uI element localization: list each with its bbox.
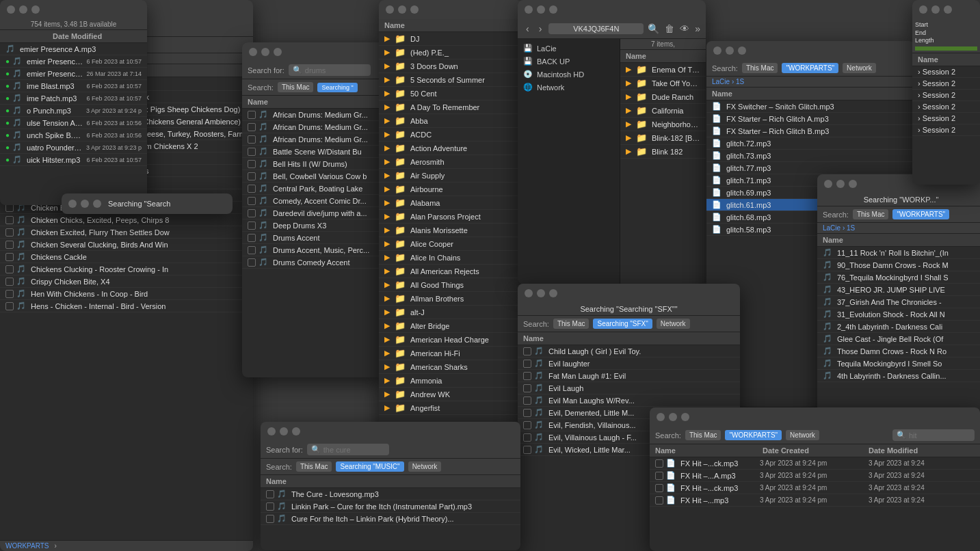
list-item[interactable]: 🎵 Comedy, Accent Comic Dr...	[242, 195, 386, 207]
list-item[interactable]: › Session 2	[912, 66, 980, 78]
checkbox[interactable]	[523, 446, 531, 454]
list-item[interactable]: 🎵 African Drums: Medium Gr...	[242, 121, 386, 133]
tl-minimize[interactable]	[836, 180, 845, 188]
scope-this-mac3[interactable]: This Mac	[742, 63, 778, 73]
tl-close[interactable]	[267, 427, 276, 435]
list-item[interactable]: ▶ 📁 American Hi-Fi	[379, 347, 522, 360]
scope-this-mac6[interactable]: This Mac	[685, 430, 721, 440]
list-item[interactable]: 🎵 African Drums: Medium Gr...	[242, 133, 386, 146]
search-bar-cure[interactable]: 🔍	[307, 444, 389, 455]
list-item[interactable]: ▶ 📁 5 Seconds of Summer	[379, 73, 522, 87]
list-item[interactable]: ▶ 📁 ACDC	[379, 128, 522, 142]
tl-maximize[interactable]	[292, 427, 300, 435]
list-item[interactable]: 📄 FX Hit –...A.mp3 3 Apr 2023 at 9:24 pm…	[650, 470, 980, 482]
tl-close[interactable]	[657, 413, 665, 421]
checkbox[interactable]	[655, 459, 663, 468]
list-item[interactable]: ▶ 📁 Neighborhoods [Bonus Tracks]	[620, 118, 706, 131]
scope-workparts5[interactable]: "WORKPARTS"	[892, 209, 949, 219]
tl-minimize[interactable]	[931, 5, 940, 14]
list-item[interactable]: 🎵 Fat Man Laugh #1: Evil	[518, 370, 740, 382]
list-item[interactable]: 🎵 Glee Cast - Jingle Bell Rock (Of	[817, 333, 980, 345]
list-item[interactable]: ▶ 📁 Take Off Your Pants and Jacket	[620, 77, 706, 90]
list-item[interactable]: ▶ 📁 Blink-182 [Bonus Track]	[620, 131, 706, 145]
list-item[interactable]: 🎵 Daredevil dive/jump with a...	[242, 207, 386, 219]
checkbox[interactable]	[266, 490, 274, 498]
list-item[interactable]: ▶ 📁 Air Supply	[379, 169, 522, 183]
list-item[interactable]: 🎵 Hen With Chickens - In Coop - Bird	[0, 288, 253, 300]
checkbox[interactable]	[5, 241, 14, 249]
scope-searching-drums[interactable]: Searching "	[317, 83, 357, 92]
list-item[interactable]: 🎵 The Cure - Lovesong.mp3	[261, 488, 520, 500]
tl-close[interactable]	[249, 48, 257, 56]
checkbox[interactable]	[248, 197, 256, 205]
window-workparts-hit[interactable]: Search: This Mac "WORKPARTS" Network 🔍 N…	[650, 407, 980, 551]
list-item[interactable]: ● 🎵 ime Blast.mp3 6 Feb 2023 at 10:57	[0, 80, 147, 92]
file-list-drums[interactable]: 🎵 African Drums: Medium Gr... 🎵 African …	[242, 109, 386, 377]
file-list-sessions[interactable]: › Session 2 › Session 2 › Session 2 › Se…	[912, 66, 980, 185]
list-item[interactable]: 🎵 Chickens Cackle	[0, 251, 253, 263]
scope-workparts6[interactable]: "WORKPARTS"	[725, 430, 782, 440]
sidebar-item-network[interactable]: 🌐 Network	[518, 81, 620, 94]
list-item[interactable]: 🎵 Tequila Mockingbyrd I Smell So	[817, 358, 980, 370]
checkbox[interactable]	[523, 372, 531, 380]
list-item[interactable]: 🎵 Battle Scene W/Distant Bu	[242, 146, 386, 158]
tl-maximize[interactable]	[849, 180, 857, 188]
checkbox[interactable]	[266, 502, 274, 511]
list-item[interactable]: 🎵 Those Damn Crows - Rock N Ro	[817, 345, 980, 358]
list-item[interactable]: ● 🎵 ime Patch.mp3 6 Feb 2023 at 10:57	[0, 92, 147, 105]
sidebar-item-macintosh[interactable]: 💿 Macintosh HD	[518, 68, 620, 81]
list-item[interactable]: ● 🎵 o Punch.mp3 3 Apr 2023 at 9:24 p	[0, 105, 147, 117]
list-item[interactable]: 🎵 Child Laugh ( Girl ) Evil Toy.	[518, 345, 740, 358]
list-item[interactable]: ▶ 📁 Action Adventure	[379, 142, 522, 155]
checkbox[interactable]	[248, 209, 256, 217]
checkbox[interactable]	[5, 253, 14, 261]
list-item[interactable]: 📄 FX Hit –...ck.mp3 3 Apr 2023 at 9:24 p…	[650, 482, 980, 494]
tl-close[interactable]	[7, 5, 15, 14]
list-item[interactable]: ▶ 📁 Ammonia	[379, 374, 522, 388]
list-item[interactable]: ▶ 📁 3 Doors Down	[379, 59, 522, 73]
tl-close[interactable]	[919, 5, 927, 14]
checkbox[interactable]	[5, 290, 14, 298]
list-item[interactable]: 🎵 Linkin Park – Cure for the Itch (Instr…	[261, 500, 520, 513]
list-item[interactable]: ▶ 📁 California	[620, 104, 706, 118]
file-list-cure[interactable]: 🎵 The Cure - Lovesong.mp3 🎵 Linkin Park …	[261, 488, 520, 550]
scope-searching-cure[interactable]: Searching "MUSIC"	[336, 461, 403, 472]
checkbox[interactable]	[523, 433, 531, 442]
tl-maximize[interactable]	[31, 5, 40, 14]
tl-minimize[interactable]	[669, 413, 677, 421]
list-item[interactable]: › Session 2	[912, 101, 980, 113]
list-item[interactable]: ▶ 📁 Alice Cooper	[379, 237, 522, 251]
checkbox[interactable]	[5, 302, 14, 310]
window-sessions[interactable]: Start End Length Name › Session 2 › Sess…	[912, 0, 980, 185]
list-item[interactable]: ▶ 📁 American Head Charge	[379, 333, 522, 347]
list-item[interactable]: 🎵 Crispy Chicken Bite, X4	[0, 276, 253, 288]
list-item[interactable]: 🎵 Hens - Chicken - Internal - Bird - Ver…	[0, 300, 253, 312]
list-item[interactable]: ▶ 📁 Angerfist	[379, 401, 522, 415]
window-premier[interactable]: 754 items, 3.48 1B available Date Modifi…	[0, 0, 147, 205]
search-input-drums[interactable]	[305, 66, 346, 75]
checkbox[interactable]	[248, 135, 256, 144]
checkbox[interactable]	[655, 484, 663, 492]
list-item[interactable]: ● 🎵 ulse Tension A.mp3 6 Feb 2023 at 10:…	[0, 117, 147, 129]
tl-minimize[interactable]	[398, 5, 406, 14]
checkbox[interactable]	[248, 185, 256, 193]
list-item[interactable]: › Session 2	[912, 90, 980, 101]
tl-maximize[interactable]	[410, 5, 419, 14]
list-item[interactable]: › Session 2	[912, 113, 980, 124]
scope-this-mac2[interactable]: This Mac	[278, 82, 314, 92]
eye-icon[interactable]: 👁	[680, 23, 689, 34]
tl-close[interactable]	[713, 46, 721, 55]
list-item[interactable]: ▶ 📁 alt-J	[379, 306, 522, 319]
checkbox[interactable]	[248, 123, 256, 131]
checkbox[interactable]	[248, 172, 256, 180]
list-item[interactable]: ▶ 📁 Enema Of The State	[620, 63, 706, 77]
tl-minimize[interactable]	[537, 289, 545, 297]
list-item[interactable]: 🎵 Bell Hits II (W/ Drums)	[242, 158, 386, 170]
tl-minimize[interactable]	[537, 5, 545, 14]
list-item[interactable]: 📄 glitch.73.mp3	[706, 150, 915, 162]
trash-icon[interactable]: 🗑	[665, 23, 674, 34]
list-item[interactable]: ▶ 📁 Andrew WK	[379, 388, 522, 401]
checkbox[interactable]	[248, 111, 256, 119]
file-list-blink[interactable]: ▶ 📁 Enema Of The State ▶ 📁 Take Off Your…	[620, 63, 706, 284]
list-item[interactable]: 🎵 11_11 Rock 'n' Roll Is Bitchin'_(In	[817, 247, 980, 259]
